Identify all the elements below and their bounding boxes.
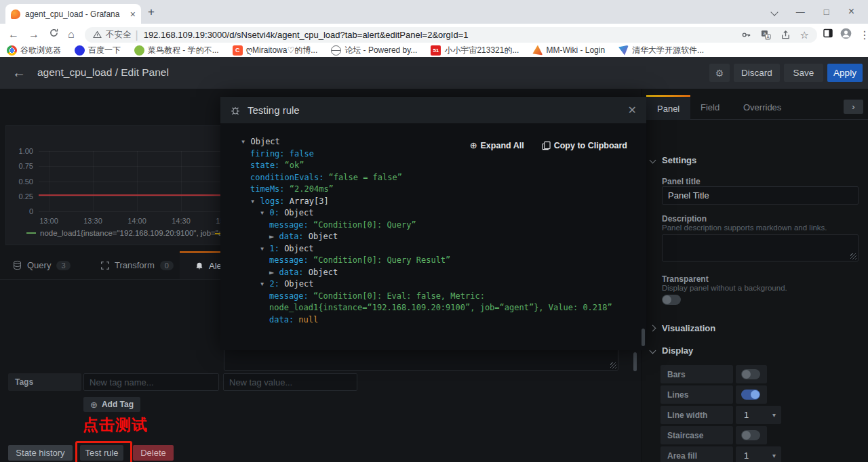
panel-title-label: Panel title	[662, 177, 701, 186]
back-icon[interactable]: ←	[8, 28, 19, 41]
bookmark-label: 小小宇宙213321的...	[444, 45, 519, 56]
bookmark-item[interactable]: 百度一下	[75, 45, 121, 56]
tab-field[interactable]: Field	[690, 95, 730, 120]
bookmark-label: 菜鸟教程 - 学的不...	[148, 45, 219, 56]
description-label: Description	[662, 214, 707, 224]
tab-close-icon[interactable]: ×	[130, 9, 136, 20]
x-axis-tick: 14:30	[172, 217, 191, 225]
panel-title-input[interactable]	[662, 186, 859, 205]
annotation-text: 点击测试	[83, 415, 148, 436]
json-tree-line: message: “Condition[0]: Query Result”	[241, 255, 627, 267]
key-icon[interactable]	[741, 30, 751, 40]
json-tree-line: state: “ok”	[241, 160, 627, 172]
y-axis-tick: 0.75	[6, 162, 33, 170]
close-icon[interactable]: ✕	[628, 104, 637, 117]
address-bar[interactable]: 不安全 | 192.168.109.19:3000/d/sNsetvi4k/ag…	[85, 27, 817, 43]
legend-series-label: node_load1{instance="192.168.109.20:9100…	[40, 229, 243, 237]
bookmark-star-icon[interactable]: ☆	[800, 29, 809, 41]
side-panel-icon[interactable]	[823, 28, 833, 41]
add-tag-button[interactable]: ⊕ Add Tag	[83, 397, 140, 412]
browser-menu-icon[interactable]: ⋮	[859, 28, 868, 41]
bookmark-item[interactable]: 菜鸟教程 - 学的不...	[134, 45, 219, 56]
app-header: ← agent_cpu_load / Edit Panel ⚙ Discard …	[0, 57, 868, 89]
modal-scrollbar[interactable]	[642, 329, 645, 346]
select-area-fill[interactable]: 1▾	[736, 446, 781, 462]
json-tree-line: message: “Condition[0]: Query”	[241, 219, 627, 232]
fiveone-favicon: 51	[431, 45, 441, 56]
json-tree-line: data: null	[241, 314, 627, 327]
discard-button[interactable]: Discard	[734, 64, 780, 82]
resize-handle-icon[interactable]	[850, 253, 856, 259]
toggle-lines[interactable]	[741, 390, 760, 400]
bookmark-item[interactable]: MM-Wiki - Login	[532, 45, 605, 56]
y-axis-tick: 0	[6, 207, 33, 215]
display-section-header[interactable]: Display	[650, 345, 693, 356]
back-arrow-icon[interactable]: ←	[12, 65, 26, 81]
chevron-down-icon	[650, 348, 656, 354]
json-tree-line: ► data: Object	[241, 231, 627, 243]
svg-text:A: A	[766, 35, 770, 39]
transform-count-badge: 0	[160, 261, 174, 270]
translate-icon[interactable]: aA	[761, 30, 771, 40]
new-tag-name-input[interactable]	[83, 373, 219, 391]
bookmarks-bar: 谷歌浏览器百度一下菜鸟教程 - 学的不...CღMiraitowa♡的博...论…	[0, 43, 868, 58]
browser-tab[interactable]: agent_cpu_load - Grafana ×	[5, 4, 141, 24]
chevron-down-icon: ▾	[772, 452, 776, 459]
toggle-transparent[interactable]	[662, 295, 681, 305]
sidebar-tabs: Panel Field Overrides ›	[642, 95, 868, 120]
panel-settings-gear-button[interactable]: ⚙	[709, 64, 730, 82]
window-close-button[interactable]: ×	[848, 5, 854, 18]
tab-transform[interactable]: Transform 0	[100, 251, 174, 279]
apply-button[interactable]: Apply	[827, 64, 863, 82]
tab-search-icon[interactable]	[772, 7, 777, 17]
chevron-down-icon	[650, 157, 656, 164]
reload-icon[interactable]	[49, 28, 59, 41]
security-label: 不安全	[106, 29, 132, 41]
bookmark-item[interactable]: 清华大学开源软件...	[618, 45, 704, 56]
window-minimize-button[interactable]: —	[796, 7, 805, 17]
json-tree-line: conditionEvals: “false = false”	[241, 172, 627, 184]
bookmark-item[interactable]: 谷歌浏览器	[7, 45, 61, 56]
display-option-label: Area fill	[660, 446, 733, 462]
display-option-row: Lines	[660, 385, 868, 404]
new-tab-button[interactable]: +	[148, 5, 155, 19]
tab-overrides[interactable]: Overrides	[732, 95, 792, 120]
y-axis-tick: 1.00	[6, 147, 33, 155]
forward-icon[interactable]: →	[28, 28, 39, 41]
delete-button[interactable]: Delete	[133, 445, 174, 461]
tuna-favicon	[618, 45, 629, 56]
bookmark-item[interactable]: 51小小宇宙213321的...	[431, 45, 519, 56]
display-option-label: Line width	[660, 406, 733, 424]
share-icon[interactable]	[781, 30, 791, 40]
state-history-button[interactable]: State history	[8, 445, 73, 461]
bell-icon	[195, 261, 204, 271]
visualization-section-header[interactable]: Visualization	[650, 323, 715, 333]
collapse-sidebar-button[interactable]: ›	[844, 100, 863, 114]
description-textarea[interactable]	[662, 234, 859, 261]
save-button[interactable]: Save	[784, 64, 823, 82]
globe-favicon	[331, 45, 341, 56]
select-line-width[interactable]: 1▾	[736, 406, 781, 424]
warning-icon	[93, 29, 102, 41]
json-tree-line: ▾ logs: Array[3]	[241, 196, 627, 208]
transparent-hint: Display panel without a background.	[662, 284, 787, 292]
toggle-bars[interactable]	[741, 369, 760, 379]
new-tag-value-input[interactable]	[223, 373, 357, 391]
y-axis-tick: 0.25	[6, 192, 33, 201]
display-option-label: Lines	[660, 385, 733, 404]
resize-handle-icon[interactable]	[610, 362, 616, 369]
json-tree-line: ▾ 1: Object	[241, 243, 627, 255]
toggle-staircase[interactable]	[741, 430, 760, 440]
settings-section-header[interactable]: Settings	[650, 155, 696, 165]
chart-legend[interactable]: node_load1{instance="192.168.109.20:9100…	[26, 229, 243, 237]
y-axis-tick: 0.50	[6, 177, 33, 186]
page-title: agent_cpu_load / Edit Panel	[37, 66, 169, 79]
tab-query[interactable]: Query 3	[12, 251, 71, 279]
alert-form-scrollbar[interactable]	[633, 352, 637, 371]
bookmark-item[interactable]: 论坛 - Powered by...	[331, 45, 417, 56]
window-maximize-button[interactable]: □	[824, 7, 829, 17]
tab-panel[interactable]: Panel	[646, 95, 690, 120]
bookmark-item[interactable]: CღMiraitowa♡的博...	[233, 45, 318, 56]
home-icon[interactable]: ⌂	[68, 28, 75, 41]
profile-avatar[interactable]	[840, 28, 852, 42]
